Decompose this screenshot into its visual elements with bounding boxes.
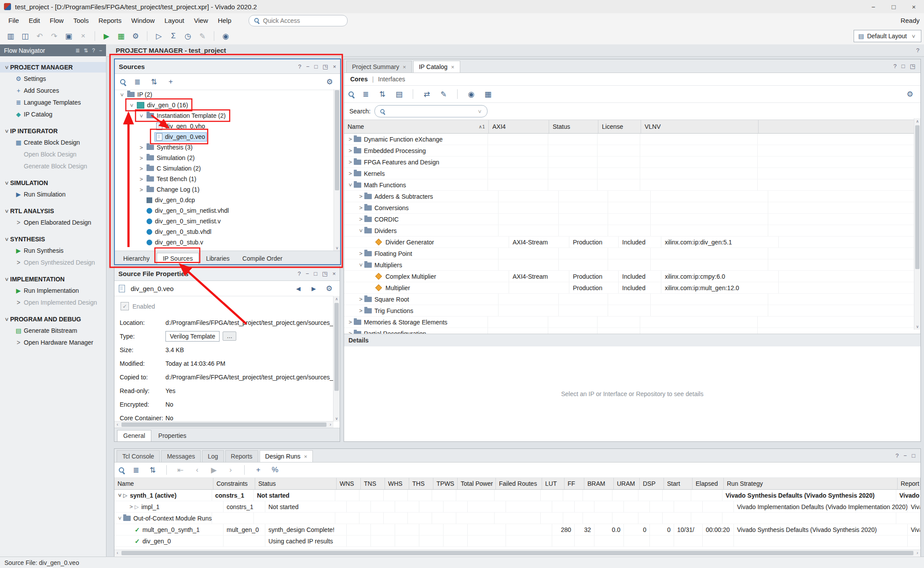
bottom-tab-controls[interactable]: ?−□ (895, 452, 915, 459)
column-header-vlnv[interactable]: VLNV (641, 120, 759, 133)
maximize-icon[interactable]: □ (884, 0, 904, 13)
ip-catalog-row-adders-subtracters[interactable]: Adders & Subtracters (344, 191, 920, 202)
scroll-down-icon[interactable] (334, 245, 340, 251)
column-header-elapsed[interactable]: Elapsed (693, 478, 724, 489)
hierarchy-icon[interactable]: ▤ (393, 88, 405, 100)
back-icon[interactable]: ◀ (292, 283, 304, 294)
ip-catalog-row-kernels[interactable]: Kernels (344, 168, 920, 179)
design-run-row-synth-1-active[interactable]: synth_1 (active)constrs_1Not startedViva… (114, 490, 920, 501)
go-first-icon[interactable]: ⇤ (174, 464, 187, 476)
flow-item-open-implemented-design[interactable]: Open Implemented Design (0, 296, 106, 308)
tree-item-div-gen-0-sim-netlist-vhdl[interactable]: div_gen_0_sim_netlist.vhdl (115, 205, 334, 216)
ip-catalog-row-memories-storage-elements[interactable]: Memories & Storage Elements (344, 317, 920, 328)
tab-tcl-console[interactable]: Tcl Console (117, 450, 160, 462)
flow-item-language-templates[interactable]: ≣Language Templates (0, 96, 106, 108)
flow-section-ip-integrator[interactable]: IP INTEGRATOR (0, 126, 106, 136)
ip-catalog-row-divider-generator[interactable]: Divider GeneratorAXI4-StreamProductionIn… (344, 237, 920, 248)
help-icon[interactable]: ? (916, 47, 919, 54)
expand-all-icon[interactable]: ⇅ (376, 88, 389, 100)
column-header-uram[interactable]: URAM (614, 478, 640, 489)
chevron-right-icon[interactable] (138, 155, 145, 161)
menu-reports[interactable]: Reports (94, 17, 127, 24)
float-icon[interactable]: ◳ (910, 63, 915, 69)
scroll-down-icon[interactable] (334, 415, 340, 422)
design-run-row-impl-1[interactable]: impl_1constrs_1Not startedVivado Impleme… (114, 501, 920, 513)
design-runs-horizontal-scrollbar[interactable] (114, 550, 920, 556)
generate-bitstream-icon[interactable]: ▦ (115, 30, 127, 42)
column-header-license[interactable]: License (598, 120, 641, 133)
chevron-down-icon[interactable] (117, 492, 123, 499)
flow-item-add-sources[interactable]: +Add Sources (0, 84, 106, 96)
sources-vertical-scrollbar[interactable] (334, 89, 340, 251)
gear-icon[interactable]: ⚙ (323, 76, 336, 87)
float-icon[interactable]: ◳ (322, 270, 327, 277)
flow-section-implementation[interactable]: IMPLEMENTATION (0, 274, 106, 284)
flow-item-run-synthesis[interactable]: ▶Run Synthesis (0, 244, 106, 256)
menu-file[interactable]: File (4, 17, 24, 24)
go-back-icon[interactable]: ‹ (191, 464, 203, 476)
sum-icon[interactable]: Σ (167, 30, 180, 42)
scroll-up-icon[interactable] (914, 118, 920, 124)
column-header-bram[interactable]: BRAM (584, 478, 614, 489)
chevron-right-icon[interactable] (138, 165, 145, 172)
debug-icon[interactable]: ◉ (220, 30, 232, 42)
chevron-right-icon[interactable] (347, 136, 354, 142)
help-icon[interactable]: ? (894, 63, 897, 69)
menu-help[interactable]: Help (213, 17, 236, 24)
ip-catalog-row-multipliers[interactable]: Multipliers (344, 259, 920, 271)
column-header-dsp[interactable]: DSP (640, 478, 664, 489)
search-icon[interactable] (119, 78, 127, 86)
chevron-down-icon[interactable] (358, 227, 364, 234)
timing-icon[interactable]: ◷ (182, 30, 194, 42)
editor-tab-controls[interactable]: ?□◳ (894, 63, 915, 69)
search-input[interactable] (374, 105, 488, 117)
flow-item-generate-bitstream[interactable]: ▤Generate Bitstream (0, 324, 106, 336)
column-header-failed-routes[interactable]: Failed Routes (496, 478, 542, 489)
enabled-checkbox[interactable] (121, 302, 129, 310)
tab-general[interactable]: General (117, 430, 151, 441)
sources-panel-controls[interactable]: ?−□◳× (298, 63, 336, 70)
ip-catalog-row-embedded-processing[interactable]: Embedded Processing (344, 145, 920, 157)
chevron-right-icon[interactable] (357, 216, 364, 222)
column-header-whs[interactable]: WHS (385, 478, 409, 489)
chevron-right-icon[interactable] (138, 186, 145, 193)
flow-item-ip-catalog[interactable]: ◆IP Catalog (0, 108, 106, 120)
expand-all-icon[interactable]: ⇅ (147, 464, 159, 476)
close-icon[interactable] (451, 64, 455, 70)
open-project-icon[interactable]: ▥ (4, 30, 17, 42)
chevron-right-icon[interactable] (347, 319, 354, 325)
minimize-icon[interactable]: − (306, 270, 309, 277)
search-icon[interactable] (348, 91, 355, 98)
tree-item-div-gen-0-stub-vhdl[interactable]: div_gen_0_stub.vhdl (115, 226, 334, 237)
tree-item-div-gen-0-veo[interactable]: div_gen_0.veo (115, 131, 334, 142)
column-header-name[interactable]: Name (114, 478, 213, 489)
scroll-right-icon[interactable] (327, 422, 334, 428)
column-header-ths[interactable]: THS (409, 478, 433, 489)
column-header-tns[interactable]: TNS (361, 478, 385, 489)
chevron-right-icon[interactable] (347, 147, 354, 154)
flow-item-open-block-design[interactable]: Open Block Design (0, 148, 106, 160)
redo-icon[interactable]: ↷ (48, 30, 60, 42)
flow-item-open-synthesized-design[interactable]: Open Synthesized Design (0, 256, 106, 268)
menu-layout[interactable]: Layout (160, 17, 189, 24)
properties-panel-controls[interactable]: ?−□◳× (297, 270, 336, 277)
chevron-right-icon[interactable] (357, 204, 364, 211)
ip-catalog-row-floating-point[interactable]: Floating Point (344, 248, 920, 259)
flow-item-open-elaborated-design[interactable]: Open Elaborated Design (0, 216, 106, 228)
chevron-right-icon[interactable] (357, 296, 364, 302)
workspace-controls[interactable]: ?× (916, 47, 924, 54)
column-header-start[interactable]: Start (664, 478, 693, 489)
column-header-report-strategy[interactable]: Report Strategy (898, 478, 920, 489)
type-combo[interactable]: Verilog Template (165, 331, 220, 342)
run-icon[interactable]: ▶ (100, 30, 113, 42)
ip-catalog-row-math-functions[interactable]: Math Functions (344, 179, 920, 191)
collapse-all-icon[interactable]: ≣ (75, 47, 80, 54)
flow-item-open-hardware-manager[interactable]: Open Hardware Manager (0, 336, 106, 348)
copy-icon[interactable]: ▣ (62, 30, 75, 42)
expand-all-icon[interactable]: ⇅ (84, 47, 88, 54)
tab-libraries[interactable]: Libraries (200, 253, 235, 264)
tree-item-instantiation-template[interactable]: Instantiation Template (2) (115, 110, 334, 121)
maximize-icon[interactable]: □ (912, 452, 915, 459)
close-icon[interactable] (403, 64, 406, 70)
chevron-down-icon[interactable] (138, 112, 145, 119)
